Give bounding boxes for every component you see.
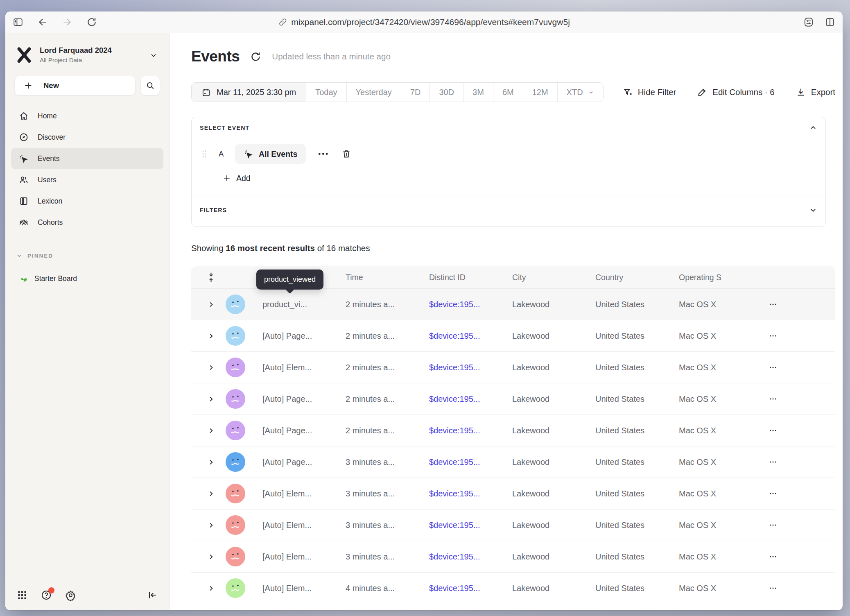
- event-country: United States: [595, 489, 679, 498]
- new-button[interactable]: New: [14, 76, 136, 95]
- range-7d[interactable]: 7D: [401, 83, 430, 102]
- row-actions-button[interactable]: [769, 552, 778, 561]
- trash-icon[interactable]: [341, 149, 351, 159]
- event-selector-pill[interactable]: All Events: [235, 144, 306, 164]
- edit-columns-label: Edit Columns · 6: [712, 87, 775, 97]
- event-country: United States: [595, 426, 679, 435]
- event-os: Mac OS X: [679, 521, 753, 530]
- range-3m[interactable]: 3M: [463, 83, 493, 102]
- project-switcher[interactable]: Lord Farquaad 2024 All Project Data: [11, 45, 163, 64]
- help-button[interactable]: [41, 589, 52, 601]
- range-6m[interactable]: 6M: [493, 83, 523, 102]
- distinct-id-link[interactable]: $device:195...: [429, 300, 512, 309]
- expand-row-icon[interactable]: [208, 333, 215, 340]
- date-picker-button[interactable]: Mar 11, 2025 3:30 pm: [192, 83, 306, 102]
- row-actions-button[interactable]: [769, 363, 778, 372]
- back-icon[interactable]: [37, 17, 48, 27]
- row-actions-button[interactable]: [769, 426, 778, 435]
- collapse-sidebar-icon[interactable]: [147, 590, 158, 600]
- row-actions-button[interactable]: [769, 331, 778, 340]
- refresh-icon[interactable]: [250, 51, 261, 62]
- distinct-id-link[interactable]: $device:195...: [429, 552, 512, 562]
- sidebar-item-cohorts[interactable]: Cohorts: [11, 212, 163, 233]
- sidebar-item-users[interactable]: Users: [11, 169, 163, 190]
- reload-icon[interactable]: [86, 17, 97, 27]
- sidebar-toggle-icon[interactable]: [13, 17, 23, 27]
- table-row[interactable]: [Auto] Page... 2 minutes a... $device:19…: [191, 320, 835, 352]
- distinct-id-link[interactable]: $device:195...: [429, 331, 512, 341]
- add-event-button[interactable]: Add: [223, 170, 817, 189]
- row-actions-button[interactable]: [769, 394, 778, 403]
- drag-handle-icon[interactable]: [201, 149, 207, 159]
- table-row[interactable]: [Auto] Elem... 3 minutes a... $device:19…: [191, 510, 835, 541]
- search-button[interactable]: [140, 76, 160, 95]
- range-12m[interactable]: 12M: [523, 83, 558, 102]
- event-country: United States: [595, 457, 679, 467]
- table-row[interactable]: [Auto] Page... 2 minutes a... $device:19…: [191, 415, 835, 446]
- sidebar-item-events[interactable]: Events: [11, 148, 163, 169]
- sidebar-divider: [14, 239, 161, 239]
- url-path: /project/3472420/view/3974696/app/events…: [344, 17, 570, 27]
- expand-row-icon[interactable]: [208, 553, 215, 560]
- distinct-id-link[interactable]: $device:195...: [429, 457, 512, 467]
- distinct-id-link[interactable]: $device:195...: [429, 584, 512, 593]
- row-actions-button[interactable]: [769, 300, 778, 309]
- reader-options-icon[interactable]: [803, 17, 814, 27]
- table-row[interactable]: [Auto] Elem... 3 minutes a... $device:19…: [191, 478, 835, 510]
- split-view-icon[interactable]: [825, 17, 835, 27]
- event-os: Mac OS X: [679, 331, 753, 341]
- col-header-city[interactable]: City: [512, 273, 595, 282]
- events-icon: [19, 154, 29, 163]
- table-row[interactable]: [Auto] Elem... 4 minutes a... $device:19…: [191, 573, 835, 604]
- row-actions-button[interactable]: [769, 584, 778, 593]
- col-header-time[interactable]: Time: [346, 273, 429, 282]
- distinct-id-link[interactable]: $device:195...: [429, 394, 512, 404]
- table-row[interactable]: [Auto] Elem... 2 minutes a... $device:19…: [191, 352, 835, 383]
- export-button[interactable]: Export: [796, 87, 835, 97]
- sidebar-item-starter-board[interactable]: Starter Board: [11, 274, 163, 283]
- col-header-os[interactable]: Operating S: [679, 273, 753, 282]
- row-actions-button[interactable]: [769, 489, 778, 498]
- expand-row-icon[interactable]: [208, 301, 215, 308]
- gear-icon[interactable]: [65, 590, 76, 601]
- row-actions-button[interactable]: [769, 457, 778, 467]
- distinct-id-link[interactable]: $device:195...: [429, 521, 512, 530]
- sidebar-item-discover[interactable]: Discover: [11, 127, 163, 148]
- table-row[interactable]: [Auto] Page... 2 minutes a... $device:19…: [191, 383, 835, 415]
- chevron-up-icon[interactable]: [809, 124, 817, 132]
- event-city: Lakewood: [512, 584, 595, 593]
- expand-row-icon[interactable]: [208, 585, 215, 592]
- distinct-id-link[interactable]: $device:195...: [429, 426, 512, 435]
- sidebar-item-lexicon[interactable]: Lexicon: [11, 190, 163, 212]
- table-row[interactable]: [Auto] Elem... 3 minutes a... $device:19…: [191, 541, 835, 573]
- hide-filter-button[interactable]: Hide Filter: [623, 87, 676, 97]
- expand-row-icon[interactable]: [208, 459, 215, 466]
- expand-row-icon[interactable]: [208, 522, 215, 529]
- expand-row-icon[interactable]: [208, 364, 215, 371]
- event-country: United States: [595, 331, 679, 341]
- edit-columns-button[interactable]: Edit Columns · 6: [697, 87, 775, 97]
- forward-icon[interactable]: [62, 17, 72, 27]
- event-options-button[interactable]: •••: [316, 150, 332, 158]
- pinned-section-header[interactable]: PINNED: [11, 252, 163, 259]
- range-30d[interactable]: 30D: [430, 83, 463, 102]
- expand-row-icon[interactable]: [208, 427, 215, 434]
- sidebar-item-home[interactable]: Home: [11, 105, 163, 127]
- address-bar[interactable]: mixpanel.com/project/3472420/view/397469…: [278, 17, 570, 27]
- range-yesterday[interactable]: Yesterday: [347, 83, 401, 102]
- distinct-id-link[interactable]: $device:195...: [429, 489, 512, 498]
- apps-grid-icon[interactable]: [17, 590, 27, 600]
- range-today[interactable]: Today: [306, 83, 346, 102]
- table-row[interactable]: [Auto] Page... 3 minutes a... $device:19…: [191, 446, 835, 478]
- range-xtd[interactable]: XTD: [558, 83, 603, 102]
- col-header-distinct-id[interactable]: Distinct ID: [429, 273, 512, 282]
- expand-row-icon[interactable]: [208, 396, 215, 403]
- table-row[interactable]: product_vi... 2 minutes a... $device:195…: [191, 289, 835, 320]
- expand-row-icon[interactable]: [208, 490, 215, 497]
- chevron-down-icon[interactable]: [809, 206, 817, 214]
- col-header-country[interactable]: Country: [595, 273, 679, 282]
- table-row[interactable]: [191, 604, 835, 610]
- collapse-all-icon[interactable]: [207, 272, 215, 283]
- distinct-id-link[interactable]: $device:195...: [429, 363, 512, 372]
- row-actions-button[interactable]: [769, 521, 778, 530]
